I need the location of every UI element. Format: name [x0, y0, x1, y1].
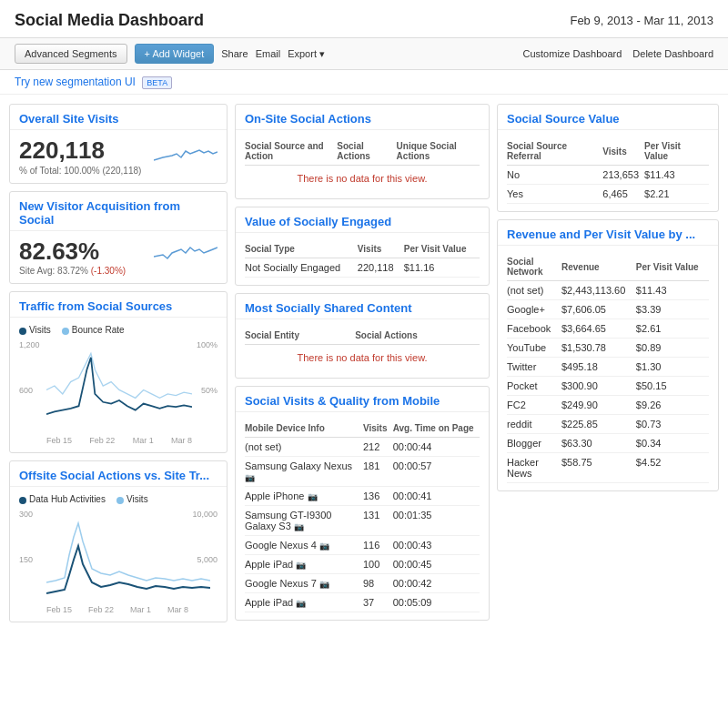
offsite-legend: Data Hub Activities Visits	[19, 494, 217, 504]
social-source-value-title: Social Source Value	[498, 105, 718, 130]
segmentation-link[interactable]: Try new segmentation UI	[15, 76, 136, 88]
on-site-social-widget: On-Site Social Actions Social Source and…	[235, 104, 490, 199]
share-link[interactable]: Share	[221, 48, 248, 59]
offsite-y-left: 300 150	[19, 510, 33, 601]
toolbar: Advanced Segments + Add Widget Share Ema…	[0, 38, 728, 70]
offsite-actions-title: Offsite Social Actions vs. Site Tr...	[10, 461, 227, 487]
right-column: Social Source Value Social Source Referr…	[497, 104, 719, 630]
new-visitor-sparkline	[154, 238, 217, 268]
offsite-y-right: 10,000 5,000	[192, 510, 217, 601]
toolbar-right: Customize Dashboard Delete Dashboard	[522, 48, 713, 59]
mid-column: On-Site Social Actions Social Source and…	[235, 104, 490, 630]
on-site-social-header-row: Social Source and Action Social Actions …	[245, 137, 480, 166]
bounce-dot	[62, 328, 69, 335]
mobile-header-row: Mobile Device Info Visits Avg. Time on P…	[245, 420, 480, 438]
add-widget-button[interactable]: + Add Widget	[135, 44, 215, 64]
col-per-visit: Per Visit Value	[404, 240, 480, 258]
offsite-chart-container: 300 150 10,000 5,000	[19, 510, 217, 603]
table-row: (not set)$2,443,113.60$11.43	[507, 281, 709, 300]
col-social-source: Social Source and Action	[245, 137, 337, 166]
social-source-value-widget: Social Source Value Social Source Referr…	[497, 104, 719, 212]
offsite-x-labels: Feb 15 Feb 22 Mar 1 Mar 8	[19, 605, 217, 614]
new-visitor-negative: (-1.30%)	[91, 266, 126, 276]
on-site-no-data: There is no data for this view.	[245, 166, 480, 191]
overall-visits-value: 220,118	[19, 137, 141, 164]
on-site-social-title: On-Site Social Actions	[236, 105, 489, 130]
advanced-segments-button[interactable]: Advanced Segments	[15, 44, 127, 64]
revenue-title: Revenue and Per Visit Value by ...	[498, 220, 718, 246]
traffic-social-title: Traffic from Social Sources	[10, 292, 227, 318]
col-referral: Social Source Referral	[507, 137, 602, 166]
table-row: reddit$225.85$0.73	[507, 415, 709, 434]
new-visitor-stat-row: 82.63% Site Avg: 83.72% (-1.30%)	[19, 238, 217, 277]
value-socially-table: Social Type Visits Per Visit Value Not S…	[245, 240, 480, 278]
col-social-actions-shared: Social Actions	[355, 327, 480, 345]
revenue-body-rows: (not set)$2,443,113.60$11.43Google+$7,60…	[507, 281, 709, 483]
value-socially-body-rows: Not Socially Engaged220,118$11.16	[245, 258, 480, 278]
traffic-y-right: 100% 50%	[197, 340, 217, 431]
most-shared-table: Social Entity Social Actions	[245, 327, 480, 345]
new-visitor-widget: New Visitor Acquisition from Social 82.6…	[9, 191, 228, 285]
legend-bounce: Bounce Rate	[62, 325, 125, 335]
legend-visits: Visits	[19, 325, 51, 335]
traffic-chart-svg	[46, 340, 192, 431]
table-row: Apple iPad 📷10000:00:45	[245, 555, 480, 574]
overall-visits-body: 220,118 % of Total: 100.00% (220,118)	[10, 130, 227, 183]
col-revenue: Revenue	[561, 253, 636, 281]
on-site-social-table: Social Source and Action Social Actions …	[245, 137, 480, 166]
col-source-visits: Visits	[602, 137, 644, 166]
social-source-value-body: Social Source Referral Visits Per Visit …	[498, 130, 718, 211]
overall-visits-title: Overall Site Visits	[10, 105, 227, 130]
col-unique-actions: Unique Social Actions	[397, 137, 480, 166]
overall-visits-value-block: 220,118 % of Total: 100.00% (220,118)	[19, 137, 141, 176]
beta-badge: BETA	[142, 76, 172, 89]
col-per-visit-value: Per Visit Value	[644, 137, 709, 166]
page-title: Social Media Dashboard	[15, 11, 204, 30]
customize-dashboard-link[interactable]: Customize Dashboard	[522, 48, 622, 59]
legend-datahub: Data Hub Activities	[19, 494, 106, 504]
traffic-x-labels: Feb 15 Feb 22 Mar 1 Mar 8	[19, 436, 217, 445]
most-shared-header-row: Social Entity Social Actions	[245, 327, 480, 345]
overall-visits-stat-row: 220,118 % of Total: 100.00% (220,118)	[19, 137, 217, 176]
table-row: No213,653$11.43	[507, 166, 709, 185]
col-social-actions: Social Actions	[337, 137, 396, 166]
mobile-body-rows: (not set)21200:00:44Samsung Galaxy Nexus…	[245, 438, 480, 612]
mobile-widget: Social Visits & Quality from Mobile Mobi…	[235, 386, 490, 621]
col-social-entity: Social Entity	[245, 327, 355, 345]
toolbar-left: Advanced Segments + Add Widget Share Ema…	[15, 44, 325, 64]
offsite-actions-body: Data Hub Activities Visits 300 150	[10, 487, 227, 622]
col-avg-time: Avg. Time on Page	[393, 420, 480, 438]
export-link[interactable]: Export ▾	[288, 48, 325, 60]
traffic-chart-container: 1,200 600 100% 50%	[19, 340, 217, 434]
on-site-social-body: Social Source and Action Social Actions …	[236, 130, 489, 198]
overall-visits-sparkline	[154, 137, 217, 167]
delete-dashboard-link[interactable]: Delete Dashboard	[632, 48, 713, 59]
new-visitor-title: New Visitor Acquisition from Social	[10, 192, 227, 231]
visits-dot	[19, 328, 26, 335]
social-source-body-rows: No213,653$11.43Yes6,465$2.21	[507, 166, 709, 204]
new-visitor-body: 82.63% Site Avg: 83.72% (-1.30%)	[10, 231, 227, 284]
datahub-dot	[19, 497, 26, 504]
mobile-table: Mobile Device Info Visits Avg. Time on P…	[245, 420, 480, 612]
traffic-y-left: 1,200 600	[19, 340, 40, 431]
offsite-chart-svg	[46, 510, 210, 601]
revenue-header-row: Social Network Revenue Per Visit Value	[507, 253, 709, 281]
table-row: Google Nexus 7 📷9800:00:42	[245, 574, 480, 593]
table-row: Apple iPad 📷3700:05:09	[245, 593, 480, 612]
legend-offsite-visits: Visits	[116, 494, 148, 504]
table-row: Twitter$495.18$1.30	[507, 358, 709, 377]
email-link[interactable]: Email	[256, 48, 281, 59]
most-shared-body: Social Entity Social Actions There is no…	[236, 319, 489, 378]
traffic-social-legend: Visits Bounce Rate	[19, 325, 217, 335]
mobile-title: Social Visits & Quality from Mobile	[236, 387, 489, 412]
date-range: Feb 9, 2013 - Mar 11, 2013	[570, 14, 713, 27]
value-socially-title: Value of Socially Engaged	[236, 207, 489, 233]
value-socially-header-row: Social Type Visits Per Visit Value	[245, 240, 480, 258]
revenue-widget: Revenue and Per Visit Value by ... Socia…	[497, 219, 719, 491]
table-row: Not Socially Engaged220,118$11.16	[245, 258, 480, 278]
table-row: Blogger$63.30$0.34	[507, 434, 709, 453]
table-row: Yes6,465$2.21	[507, 185, 709, 204]
new-visitor-value-block: 82.63% Site Avg: 83.72% (-1.30%)	[19, 238, 126, 277]
value-socially-body: Social Type Visits Per Visit Value Not S…	[236, 233, 489, 285]
value-socially-widget: Value of Socially Engaged Social Type Vi…	[235, 207, 490, 286]
